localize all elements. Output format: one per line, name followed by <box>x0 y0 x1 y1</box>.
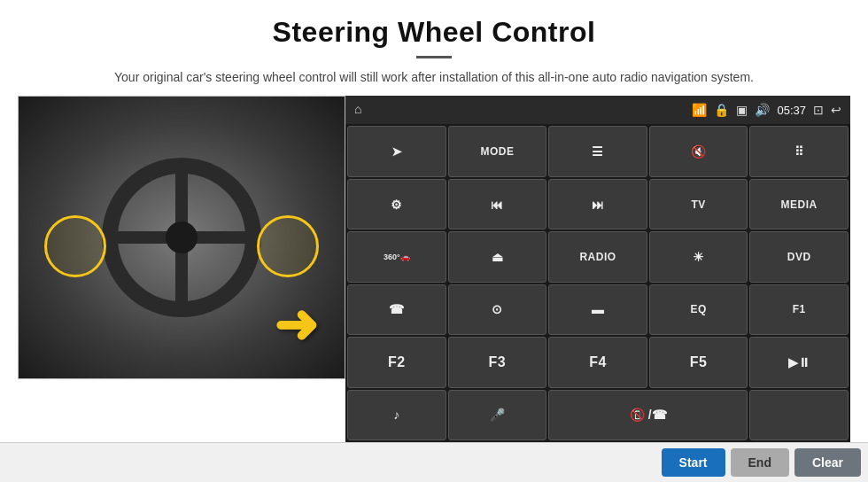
btn-dvd[interactable]: DVD <box>749 231 849 282</box>
lock-icon: 🔒 <box>714 103 729 117</box>
screen-icon: ▬ <box>592 302 604 316</box>
btn-screen[interactable]: ▬ <box>548 284 647 335</box>
title-divider <box>416 56 452 58</box>
btn-f3[interactable]: F3 <box>448 337 547 387</box>
page-container: Steering Wheel Control Your original car… <box>0 0 868 482</box>
btn-media[interactable]: MEDIA <box>749 179 849 229</box>
playpause-icon: ▶⏸ <box>788 355 810 369</box>
btn-settings[interactable]: ⚙ <box>347 179 446 229</box>
mute-icon: 🔇 <box>691 144 706 159</box>
btn-f5[interactable]: F5 <box>649 337 748 387</box>
btn-f2[interactable]: F2 <box>347 337 446 387</box>
button-grid: ➤ MODE ☰ 🔇 ⠿ ⚙ ⏮ ⏭ TV MEDIA 360°🚗 ⏏ RADI… <box>345 124 850 442</box>
btn-brightness[interactable]: ☀ <box>649 231 748 282</box>
handsfree-icon: 📵 /☎ <box>630 408 667 422</box>
subtitle-text: Your original car's steering wheel contr… <box>53 67 815 87</box>
btn-mic[interactable]: 🎤 <box>448 390 547 440</box>
swipe-icon: ⊙ <box>492 302 502 316</box>
status-bar-right: 📶 🔒 ▣ 🔊 05:37 ⊡ ↩ <box>692 103 841 117</box>
eject-icon: ⏏ <box>492 250 503 264</box>
btn-f1[interactable]: F1 <box>749 284 849 335</box>
btn-mode[interactable]: MODE <box>448 126 547 176</box>
btn-prev[interactable]: ⏮ <box>448 179 547 229</box>
btn-apps[interactable]: ⠿ <box>749 126 849 176</box>
bt-icon: 🔊 <box>755 103 770 117</box>
car-image: ➜ <box>18 96 345 379</box>
clear-button[interactable]: Clear <box>794 448 861 477</box>
btn-next[interactable]: ⏭ <box>548 179 647 229</box>
btn-eq[interactable]: EQ <box>649 284 748 335</box>
brightness-icon: ☀ <box>693 250 704 264</box>
window-icon[interactable]: ⊡ <box>813 103 824 117</box>
btn-playpause[interactable]: ▶⏸ <box>749 337 849 387</box>
btn-eject[interactable]: ⏏ <box>448 231 547 282</box>
home-icon[interactable]: ⌂ <box>354 103 361 117</box>
btn-handsfree[interactable]: 📵 /☎ <box>548 390 748 440</box>
btn-tv[interactable]: TV <box>649 179 748 229</box>
end-button[interactable]: End <box>731 448 789 477</box>
steering-hub <box>166 222 198 253</box>
sd-icon: ▣ <box>736 103 748 117</box>
list-icon: ☰ <box>592 144 603 159</box>
wifi-icon: 📶 <box>692 103 707 117</box>
status-bar: ⌂ 📶 🔒 ▣ 🔊 05:37 ⊡ ↩ <box>345 96 850 124</box>
btn-mute[interactable]: 🔇 <box>649 126 748 176</box>
next-icon: ⏭ <box>592 198 604 212</box>
status-bar-left: ⌂ <box>354 103 361 117</box>
music-icon: ♪ <box>393 408 399 422</box>
mic-icon: 🎤 <box>490 408 505 422</box>
header-section: Steering Wheel Control Your original car… <box>0 0 868 96</box>
phone-icon: ☎ <box>389 302 404 316</box>
steering-wheel <box>102 158 261 317</box>
apps-icon: ⠿ <box>794 144 803 159</box>
highlight-circle-right <box>257 215 319 277</box>
start-button[interactable]: Start <box>662 448 725 477</box>
car-image-background: ➜ <box>19 97 345 378</box>
control-panel: ⌂ 📶 🔒 ▣ 🔊 05:37 ⊡ ↩ ➤ MODE ☰ 🔇 <box>345 96 850 442</box>
cam360-icon: 360°🚗 <box>384 253 410 261</box>
btn-extra[interactable] <box>749 390 849 440</box>
navigate-icon: ➤ <box>391 144 402 159</box>
settings-icon: ⚙ <box>391 198 402 212</box>
arrow-indicator: ➜ <box>274 299 318 352</box>
btn-radio[interactable]: RADIO <box>548 231 647 282</box>
bottom-bar: Start End Clear <box>0 442 868 482</box>
btn-phone[interactable]: ☎ <box>347 284 446 335</box>
btn-360cam[interactable]: 360°🚗 <box>347 231 446 282</box>
btn-navigate[interactable]: ➤ <box>347 126 446 176</box>
page-title: Steering Wheel Control <box>53 16 815 49</box>
btn-music[interactable]: ♪ <box>347 390 446 440</box>
btn-swipe[interactable]: ⊙ <box>448 284 547 335</box>
prev-icon: ⏮ <box>491 198 503 212</box>
time-display: 05:37 <box>777 104 806 117</box>
back-icon[interactable]: ↩ <box>831 103 841 117</box>
content-area: ➜ ⌂ 📶 🔒 ▣ 🔊 05:37 ⊡ ↩ <box>0 96 868 442</box>
btn-list[interactable]: ☰ <box>548 126 647 176</box>
highlight-circle-left <box>44 215 106 277</box>
btn-f4[interactable]: F4 <box>548 337 647 387</box>
